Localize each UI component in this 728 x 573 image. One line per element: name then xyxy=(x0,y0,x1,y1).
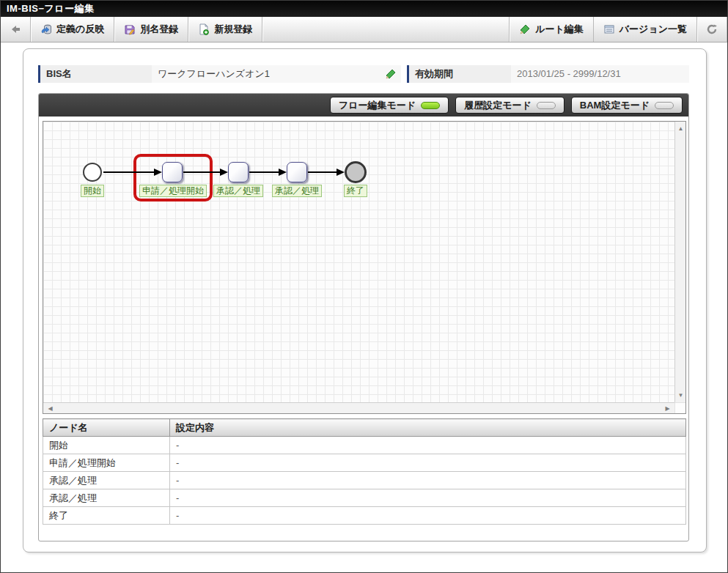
task-node-approve-1[interactable] xyxy=(228,162,249,182)
apply-definition-button[interactable]: 定義の反映 xyxy=(31,17,114,42)
node-setting-cell: - xyxy=(170,437,686,454)
pencil-icon xyxy=(519,23,531,35)
node-setting-cell: - xyxy=(170,472,686,489)
window-title: IM-BIS−フロー編集 xyxy=(1,1,727,17)
bam-setting-mode-indicator-off xyxy=(655,102,674,109)
alias-register-button[interactable]: 別名登録 xyxy=(114,17,188,42)
node-name-cell: 開始 xyxy=(43,437,170,454)
horizontal-scrollbar[interactable]: ◀ ▶ xyxy=(43,402,674,413)
valid-period-value: 2013/01/25 - 2999/12/31 xyxy=(511,65,689,83)
toolbar: 定義の反映 別名登録 新規登録 xyxy=(1,17,727,42)
flow-canvas-wrap: 開始 申請／処理開始 承認／処理 承認／処理 終了 ▲ ▼ ◀ ▶ xyxy=(43,121,686,414)
main-panel: BIS名 ワークフローハンズオン1 有効期間 2013/01/25 - 2999… xyxy=(23,48,707,552)
node-name-cell: 終了 xyxy=(43,507,170,525)
flow-header-form: BIS名 ワークフローハンズオン1 有効期間 2013/01/25 - 2999… xyxy=(38,65,689,83)
node-name-cell: 申請／処理開始 xyxy=(43,454,170,472)
alias-register-label: 別名登録 xyxy=(140,23,178,36)
table-row[interactable]: 終了 - xyxy=(43,507,686,525)
task-node-apply-start[interactable] xyxy=(162,162,183,182)
flow-arrow xyxy=(183,171,220,173)
node-setting-cell: - xyxy=(170,507,686,525)
end-node[interactable] xyxy=(345,161,367,183)
task-node-approve-1-label: 承認／処理 xyxy=(213,185,263,197)
floppy-pencil-icon xyxy=(124,23,136,35)
bis-name-value: ワークフローハンズオン1 xyxy=(152,65,401,83)
bis-name-edit-icon[interactable] xyxy=(385,68,397,80)
flow-edit-mode-indicator-on xyxy=(421,102,440,109)
table-row[interactable]: 承認／処理 - xyxy=(43,472,686,489)
flow-edit-mode-button[interactable]: フロー編集モード xyxy=(330,97,449,114)
back-icon xyxy=(10,23,21,35)
new-document-icon xyxy=(198,23,210,35)
table-header-row: ノード名 設定内容 xyxy=(43,419,686,437)
back-button[interactable] xyxy=(1,17,31,42)
new-register-label: 新規登録 xyxy=(214,23,252,36)
toolbar-spacer xyxy=(262,17,509,42)
bam-setting-mode-button[interactable]: BAM設定モード xyxy=(571,97,683,114)
refresh-button[interactable] xyxy=(697,17,727,42)
history-setting-mode-indicator-off xyxy=(537,102,556,109)
start-node-label: 開始 xyxy=(81,185,104,197)
flow-editor-container: フロー編集モード 履歴設定モード BAM設定モード xyxy=(38,93,689,541)
bis-name-label: BIS名 xyxy=(38,65,152,83)
table-row[interactable]: 申請／処理開始 - xyxy=(43,454,686,472)
column-header-node-name: ノード名 xyxy=(43,419,170,437)
mode-bar: フロー編集モード 履歴設定モード BAM設定モード xyxy=(39,94,688,117)
scrollbar-corner xyxy=(674,402,685,413)
task-node-apply-start-label: 申請／処理開始 xyxy=(139,185,207,197)
column-header-setting: 設定内容 xyxy=(170,419,686,437)
node-name-cell: 承認／処理 xyxy=(43,489,170,507)
task-node-approve-2[interactable] xyxy=(287,162,307,182)
flow-canvas[interactable]: 開始 申請／処理開始 承認／処理 承認／処理 終了 xyxy=(43,122,674,402)
apply-definition-label: 定義の反映 xyxy=(56,23,104,36)
scroll-left-icon[interactable]: ◀ xyxy=(45,403,56,414)
list-icon xyxy=(603,23,615,35)
history-setting-mode-button[interactable]: 履歴設定モード xyxy=(455,97,565,114)
flow-arrow xyxy=(308,171,337,173)
version-list-button[interactable]: バージョン一覧 xyxy=(594,17,697,42)
start-node[interactable] xyxy=(83,163,102,182)
version-list-label: バージョン一覧 xyxy=(619,23,687,36)
end-node-label: 終了 xyxy=(344,185,367,197)
scroll-down-icon[interactable]: ▼ xyxy=(675,390,686,401)
table-row[interactable]: 開始 - xyxy=(43,437,686,454)
app-window: { "window": { "title": "IM-BIS−フロー編集" },… xyxy=(0,0,728,573)
route-edit-button[interactable]: ルート編集 xyxy=(509,17,594,42)
vertical-scrollbar[interactable]: ▲ ▼ xyxy=(674,122,685,402)
flow-arrow xyxy=(103,171,154,173)
refresh-icon xyxy=(706,23,718,35)
new-register-button[interactable]: 新規登録 xyxy=(188,17,262,42)
flow-arrow xyxy=(249,171,279,173)
node-setting-cell: - xyxy=(170,454,686,472)
node-setting-cell: - xyxy=(170,489,686,507)
scroll-up-icon[interactable]: ▲ xyxy=(675,123,686,134)
route-edit-label: ルート編集 xyxy=(535,23,584,36)
scroll-right-icon[interactable]: ▶ xyxy=(662,403,673,414)
database-apply-icon xyxy=(40,23,52,35)
table-row[interactable]: 承認／処理 - xyxy=(43,489,686,507)
valid-period-label: 有効期間 xyxy=(407,65,511,83)
node-name-cell: 承認／処理 xyxy=(43,472,170,489)
task-node-approve-2-label: 承認／処理 xyxy=(272,185,322,197)
node-settings-table: ノード名 設定内容 開始 - 申請／処理開始 - 承認／処理 - 承 xyxy=(43,418,686,525)
